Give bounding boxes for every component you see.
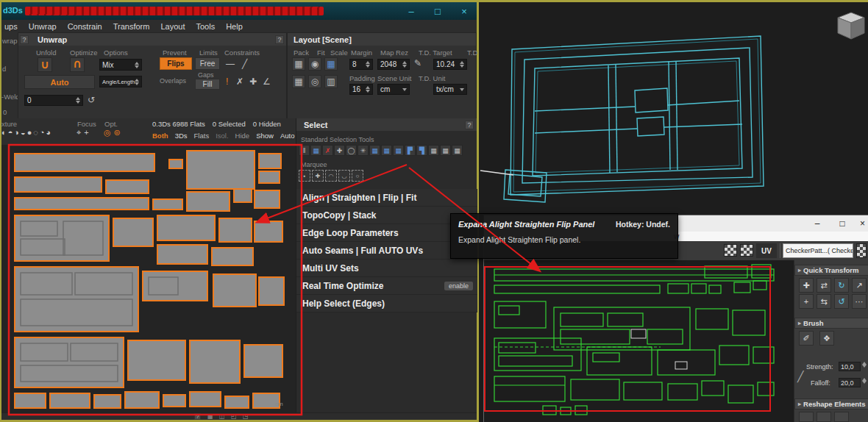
menu-help[interactable]: Help xyxy=(226,22,243,31)
menu-help-select-edges[interactable]: Help Select (Edges) xyxy=(296,295,477,312)
opt-ring-icon[interactable]: ⊚ xyxy=(114,128,121,137)
spinner[interactable] xyxy=(135,62,139,68)
more-icon[interactable]: ⋯ xyxy=(852,294,867,309)
corner-icon[interactable]: ◰ xyxy=(231,413,237,420)
reshape-tool-icon[interactable] xyxy=(817,412,831,422)
corner-select-icon[interactable]: ▜ xyxy=(416,145,427,156)
pencil-icon[interactable]: ✎ xyxy=(414,58,421,68)
rotate-cw-icon[interactable]: ↻ xyxy=(834,278,849,293)
pack-icon[interactable]: ▦ xyxy=(292,57,305,71)
angle-icon[interactable]: ∠ xyxy=(263,76,271,87)
constraint-slash-icon[interactable]: ╱ xyxy=(242,59,247,69)
padding-field[interactable]: 16 xyxy=(349,84,373,95)
minimize-button[interactable]: – xyxy=(806,215,828,232)
view-cube[interactable] xyxy=(836,11,868,46)
filter-3ds[interactable]: 3Ds xyxy=(175,132,188,140)
td-target-field[interactable]: 10.24 xyxy=(433,59,467,70)
grid-select-icon[interactable]: ▦ xyxy=(381,145,392,156)
circle-marquee-icon[interactable]: ○ xyxy=(352,170,363,182)
auto-unfold-button[interactable]: Auto xyxy=(24,75,95,89)
marquee-rect-icon[interactable]: ▪ xyxy=(299,170,310,182)
unfold-o-icon[interactable]: ∪ xyxy=(70,57,85,72)
spinner[interactable] xyxy=(402,61,407,68)
uv-preview-canvas[interactable] xyxy=(484,260,794,422)
brush-header[interactable]: ▸ Brush xyxy=(794,318,868,329)
prevent-flips-button[interactable]: Flips xyxy=(160,57,192,70)
plus-icon[interactable]: + xyxy=(799,294,814,309)
grid-select-icon[interactable]: ▦ xyxy=(428,145,439,156)
strength-field[interactable]: 10,0 xyxy=(839,362,861,371)
menu-real-time-optimize[interactable]: Real Time Optimize enable xyxy=(296,277,477,295)
corner-select-icon[interactable]: ▛ xyxy=(405,145,416,156)
window-titlebar[interactable]: d3Ds – □ × xyxy=(1,2,477,20)
select-panel-header[interactable]: Select ? xyxy=(296,118,477,131)
opt-target-icon[interactable]: ◎ xyxy=(104,128,111,137)
angle-length-dropdown[interactable]: Angle/Length xyxy=(99,76,142,87)
menu-unwrap[interactable]: Unwrap xyxy=(29,22,57,31)
minimize-button[interactable]: – xyxy=(399,2,424,20)
quick-transform-header[interactable]: ▸ Quick Transform xyxy=(794,265,868,276)
texture-sphere-icon[interactable]: ◑ xyxy=(14,128,19,137)
uv-mode-button[interactable]: UV xyxy=(756,243,777,258)
add-selection-icon[interactable]: ✚ xyxy=(334,145,345,156)
spinner[interactable] xyxy=(366,86,370,93)
clear-selection-icon[interactable]: ✗ xyxy=(322,145,333,156)
brush-smooth-icon[interactable]: ❖ xyxy=(819,331,834,346)
swap-horizontal-icon[interactable]: ⇄ xyxy=(817,278,831,293)
unwrap-panel-header[interactable]: ? Unwrap ? xyxy=(18,33,286,46)
filter-both[interactable]: Both xyxy=(152,132,168,140)
filter-flats[interactable]: Flats xyxy=(194,132,210,140)
falloff-curve-icon[interactable]: ╱ xyxy=(797,371,803,382)
circle-select-icon[interactable]: ◯ xyxy=(346,145,357,156)
close-button[interactable]: × xyxy=(452,2,477,20)
maximize-button[interactable]: □ xyxy=(425,2,450,20)
filter-show[interactable]: Show xyxy=(256,132,274,140)
unfold-mode-dropdown[interactable]: Mix xyxy=(99,59,142,71)
falloff-field[interactable]: 20,0 xyxy=(839,378,861,387)
lasso-icon[interactable]: ◠ xyxy=(325,170,337,182)
grid-icon[interactable]: ▦ xyxy=(207,413,213,420)
relax-value-field[interactable]: 0 xyxy=(24,95,83,106)
fit-icon[interactable]: ◉ xyxy=(308,57,321,71)
unfold-u-icon[interactable]: ∪ xyxy=(38,57,52,72)
texture-sphere-icon[interactable]: ◔ xyxy=(40,128,45,137)
gaps-fill-button[interactable]: Fill xyxy=(195,79,220,90)
reshape-tool-icon[interactable] xyxy=(834,412,849,422)
menu-align-straighten-flip-fit[interactable]: Align | Straighten | Flip | Fit xyxy=(296,189,477,207)
warning-icon[interactable]: ! xyxy=(226,76,228,87)
enable-badge[interactable]: enable xyxy=(444,282,473,290)
close-button[interactable]: × xyxy=(856,215,868,232)
filter-isolate[interactable]: Isol. xyxy=(216,132,228,140)
spinner[interactable] xyxy=(460,61,464,68)
limits-free-button[interactable]: Free xyxy=(195,57,220,70)
reshape-elements-header[interactable]: ▸ Reshape Elements xyxy=(794,398,868,410)
grid-select-icon[interactable]: ▦ xyxy=(310,145,321,156)
map-rez-field[interactable]: 2048 xyxy=(377,59,410,70)
constraint-line-icon[interactable]: — xyxy=(226,59,235,69)
td-unit-dropdown[interactable]: tx/cm xyxy=(433,84,467,95)
maximize-button[interactable]: □ xyxy=(831,215,853,232)
texture-sphere-icon[interactable]: ◌ xyxy=(33,128,38,137)
cross-icon[interactable]: ✗ xyxy=(236,76,243,87)
spinner[interactable] xyxy=(862,378,867,384)
scale-arrow-icon[interactable]: ↗ xyxy=(852,278,867,293)
help-icon[interactable]: ? xyxy=(20,35,29,44)
help-icon[interactable]: ? xyxy=(194,413,201,420)
focus-plus-icon[interactable]: + xyxy=(84,128,88,137)
grid-select-icon[interactable]: ▦ xyxy=(369,145,380,156)
grid-icon[interactable]: ▥ xyxy=(324,75,338,88)
texture-sphere-icon[interactable]: ◓ xyxy=(8,128,13,137)
move-plus-icon[interactable]: ✚ xyxy=(799,278,814,293)
focus-target-icon[interactable]: ⌖ xyxy=(77,128,81,137)
texture-sphere-icon[interactable]: ◒ xyxy=(21,128,26,137)
spinner[interactable] xyxy=(135,79,139,85)
brush-pencil-icon[interactable]: ✐ xyxy=(799,331,814,346)
3d-viewport[interactable] xyxy=(479,2,868,223)
menu-tools[interactable]: Tools xyxy=(196,22,215,31)
grid-select-icon[interactable]: ▦ xyxy=(393,145,404,156)
menu-transform[interactable]: Transform xyxy=(113,22,150,31)
layout-panel-header[interactable]: Layout [Scene] xyxy=(288,33,476,46)
filter-auto[interactable]: Auto xyxy=(280,132,295,140)
checker-pattern-icon[interactable] xyxy=(724,244,737,257)
help-icon[interactable]: ? xyxy=(275,35,284,44)
